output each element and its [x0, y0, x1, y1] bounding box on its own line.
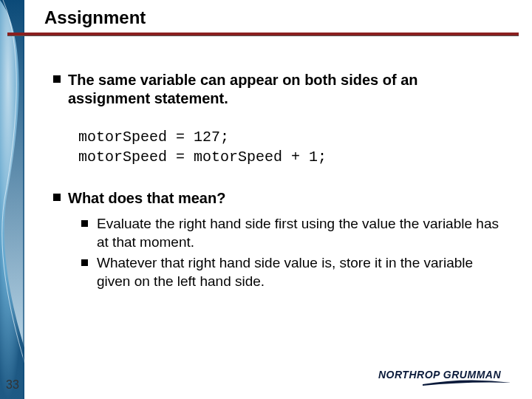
logo-swoosh-icon — [423, 380, 511, 387]
code-line: motorSpeed = 127; — [78, 129, 229, 146]
square-bullet-icon — [53, 194, 61, 201]
bullet-level2-list: Evaluate the right hand side first using… — [81, 215, 502, 291]
bullet-text: Whatever that right hand side value is, … — [97, 254, 502, 290]
logo-text: NORTHROPGRUMMAN — [378, 369, 501, 381]
svg-rect-1 — [24, 0, 27, 399]
bullet-level1: What does that mean? — [53, 189, 502, 208]
sidebar-decoration — [0, 0, 27, 399]
logo-word-2: GRUMMAN — [443, 369, 501, 381]
code-line: motorSpeed = motorSpeed + 1; — [78, 149, 327, 166]
square-bullet-icon — [53, 75, 61, 83]
page-number: 33 — [6, 378, 19, 392]
bullet-text: The same variable can appear on both sid… — [68, 71, 502, 108]
logo: NORTHROPGRUMMAN — [378, 368, 511, 387]
slide: { "title": "Assignment", "bullets": { "b… — [0, 0, 532, 399]
square-bullet-icon — [81, 259, 88, 266]
logo-word-1: NORTHROP — [378, 369, 440, 381]
square-bullet-icon — [81, 220, 88, 227]
code-block: motorSpeed = 127; motorSpeed = motorSpee… — [78, 127, 502, 167]
title-area: Assignment — [44, 7, 519, 33]
title-rule-thin — [7, 35, 519, 36]
slide-title: Assignment — [44, 7, 519, 33]
bullet-level2: Whatever that right hand side value is, … — [81, 254, 502, 290]
bullet-text: Evaluate the right hand side first using… — [97, 215, 502, 251]
svg-rect-2 — [23, 0, 24, 399]
bullet-text: What does that mean? — [68, 189, 225, 208]
sidebar-svg — [0, 0, 27, 399]
bullet-level2: Evaluate the right hand side first using… — [81, 215, 502, 251]
content-area: The same variable can appear on both sid… — [53, 71, 502, 294]
bullet-level1: The same variable can appear on both sid… — [53, 71, 502, 108]
